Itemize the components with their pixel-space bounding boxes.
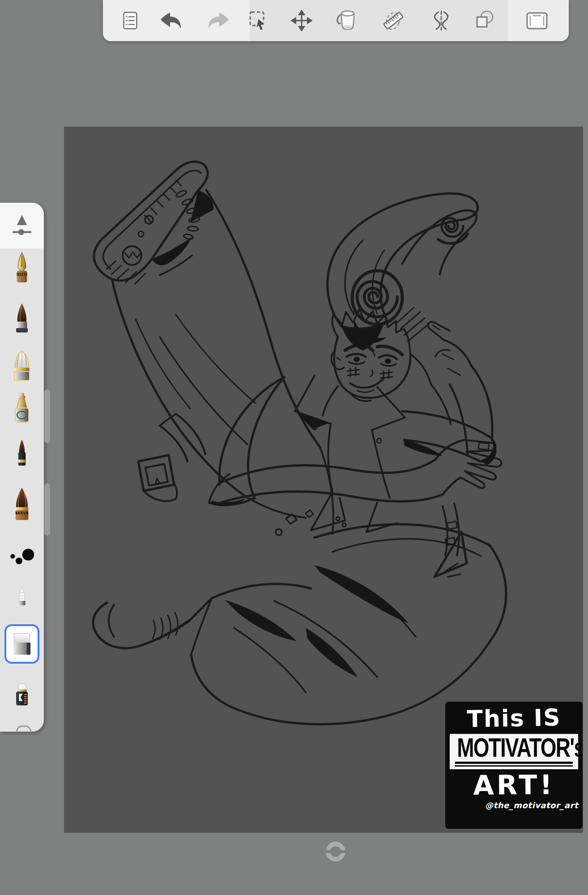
list-menu-icon — [120, 10, 141, 31]
sidebar-scrollbar-handle[interactable] — [44, 483, 50, 536]
rotate-icon — [324, 840, 348, 864]
watermark-line3: ART! — [450, 770, 579, 801]
symmetry-tool-button[interactable] — [428, 7, 455, 34]
sidebar-tool-blender[interactable] — [0, 579, 44, 620]
hair-pompadour — [328, 193, 478, 354]
flat-brush-icon — [9, 349, 34, 385]
select-tool-button[interactable] — [245, 7, 272, 34]
menu-button[interactable] — [117, 7, 144, 34]
move-tool-button[interactable] — [288, 7, 315, 34]
head-face — [331, 337, 410, 401]
symmetry-curves-icon — [430, 9, 453, 32]
sidebar-tool-round-brush[interactable] — [0, 298, 44, 339]
triangle-slider-icon — [9, 210, 34, 240]
kick-shoe — [94, 162, 213, 284]
eraser-icon — [9, 631, 35, 658]
square-circle-icon — [473, 9, 496, 32]
sidebar-tool-flat-brush[interactable] — [0, 346, 44, 388]
brush-sidebar — [0, 203, 44, 732]
move-arrows-icon — [291, 10, 312, 31]
sketch-app-window: { "window": {"width": 1314, "height": 20… — [0, 0, 588, 895]
sidebar-tool-eraser[interactable] — [0, 624, 44, 665]
sidebar-tool-splatter[interactable] — [0, 537, 44, 578]
watermark-line1: This IS — [449, 703, 578, 733]
undo-button[interactable] — [157, 7, 184, 34]
redo-button[interactable] — [205, 7, 232, 34]
airbrush-icon — [9, 392, 34, 427]
large-brush-icon — [9, 487, 34, 524]
artist-watermark: This IS MOTIVATOR's ART! @the_motivator_… — [445, 702, 583, 829]
ruler-ellipse-icon — [382, 9, 405, 32]
watermark-underline-thin — [455, 765, 572, 767]
canvas-frame-button[interactable] — [524, 7, 550, 34]
drawing-canvas[interactable]: This IS MOTIVATOR's ART! @the_motivator_… — [64, 127, 583, 833]
sidebar-tool-fine-brush[interactable] — [0, 434, 44, 475]
fill-tool-button[interactable] — [333, 7, 360, 34]
watermark-line2: MOTIVATOR's — [457, 735, 583, 761]
floating-belt — [138, 414, 205, 501]
rotate-canvas-button[interactable] — [324, 840, 348, 864]
sidebar-tool-fountain-pen[interactable] — [0, 248, 44, 289]
white-cone-icon — [12, 584, 32, 616]
shapes-tool-button[interactable] — [471, 7, 498, 34]
undo-arrow-icon — [159, 11, 182, 30]
sidebar-tool-acrylic-marker[interactable] — [0, 678, 44, 719]
ink-dots-icon — [9, 544, 35, 571]
sidebar-tool-watercolor-brush[interactable] — [0, 485, 44, 526]
watermark-band: MOTIVATOR's — [450, 734, 578, 769]
round-brush-icon — [10, 301, 34, 337]
sidebar-tool-stroke-settings[interactable] — [0, 205, 44, 246]
pants-folded-leg — [93, 524, 506, 724]
fine-brush-icon — [11, 436, 33, 472]
redo-arrow-icon — [207, 11, 230, 30]
sidebar-scrollbar-handle[interactable] — [44, 389, 50, 443]
pen-nib-icon — [10, 251, 34, 286]
top-toolbar — [103, 0, 569, 41]
paint-bucket-icon — [335, 9, 358, 32]
watermark-handle: @the_motivator_art — [450, 801, 578, 810]
frame-icon — [524, 10, 550, 31]
marker-stamp-icon — [10, 682, 34, 714]
more-tools-hint — [16, 725, 31, 732]
sidebar-tool-airbrush[interactable] — [0, 389, 44, 430]
strap-pendant — [435, 503, 467, 577]
marquee-cursor-icon — [248, 10, 269, 31]
ruler-tool-button[interactable] — [380, 7, 407, 34]
